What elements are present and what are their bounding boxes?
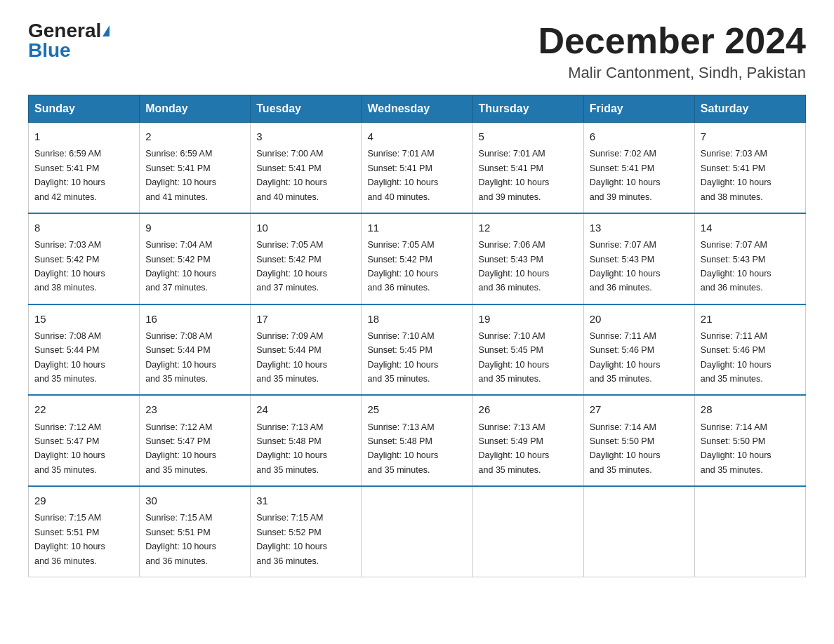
day-info: Sunrise: 7:05 AMSunset: 5:42 PMDaylight:…: [367, 240, 438, 293]
calendar-table: SundayMondayTuesdayWednesdayThursdayFrid…: [28, 95, 806, 577]
logo-triangle-icon: [102, 25, 110, 36]
day-info: Sunrise: 7:14 AMSunset: 5:50 PMDaylight:…: [590, 422, 661, 475]
day-number: 15: [34, 311, 133, 327]
calendar-cell: 24 Sunrise: 7:13 AMSunset: 5:48 PMDaylig…: [251, 395, 362, 486]
day-number: 27: [590, 401, 689, 417]
day-info: Sunrise: 7:10 AMSunset: 5:45 PMDaylight:…: [367, 331, 438, 384]
logo-general-text: General: [28, 21, 101, 41]
logo: General Blue: [28, 21, 110, 60]
calendar-cell: 18 Sunrise: 7:10 AMSunset: 5:45 PMDaylig…: [362, 304, 472, 396]
day-info: Sunrise: 7:12 AMSunset: 5:47 PMDaylight:…: [145, 422, 216, 475]
day-number: 25: [367, 401, 466, 417]
day-number: 11: [367, 220, 466, 236]
calendar-cell: [472, 486, 583, 577]
day-number: 21: [701, 311, 800, 327]
day-info: Sunrise: 7:01 AMSunset: 5:41 PMDaylight:…: [479, 149, 550, 201]
day-info: Sunrise: 7:02 AMSunset: 5:41 PMDaylight:…: [590, 149, 661, 201]
calendar-cell: 4 Sunrise: 7:01 AMSunset: 5:41 PMDayligh…: [362, 123, 472, 213]
calendar-cell: 9 Sunrise: 7:04 AMSunset: 5:42 PMDayligh…: [140, 213, 251, 304]
day-info: Sunrise: 7:15 AMSunset: 5:51 PMDaylight:…: [34, 513, 105, 565]
calendar-cell: 14 Sunrise: 7:07 AMSunset: 5:43 PMDaylig…: [694, 213, 805, 304]
day-number: 10: [256, 220, 355, 236]
day-number: 13: [590, 220, 689, 236]
calendar-cell: 27 Sunrise: 7:14 AMSunset: 5:50 PMDaylig…: [583, 395, 694, 486]
day-number: 3: [256, 128, 355, 145]
day-number: 22: [34, 401, 133, 417]
day-info: Sunrise: 7:07 AMSunset: 5:43 PMDaylight:…: [590, 240, 661, 293]
day-number: 7: [701, 128, 800, 145]
day-info: Sunrise: 7:07 AMSunset: 5:43 PMDaylight:…: [701, 240, 772, 293]
day-info: Sunrise: 7:00 AMSunset: 5:41 PMDaylight:…: [256, 149, 327, 201]
day-number: 23: [145, 401, 244, 417]
calendar-cell: 1 Sunrise: 6:59 AMSunset: 5:41 PMDayligh…: [29, 123, 140, 213]
day-info: Sunrise: 7:09 AMSunset: 5:44 PMDaylight:…: [256, 331, 327, 384]
day-info: Sunrise: 7:13 AMSunset: 5:48 PMDaylight:…: [367, 422, 438, 475]
calendar-cell: 16 Sunrise: 7:08 AMSunset: 5:44 PMDaylig…: [140, 304, 251, 396]
day-info: Sunrise: 7:14 AMSunset: 5:50 PMDaylight:…: [701, 422, 772, 475]
weekday-header-monday: Monday: [140, 95, 251, 123]
calendar-cell: 22 Sunrise: 7:12 AMSunset: 5:47 PMDaylig…: [29, 395, 140, 486]
calendar-cell: 17 Sunrise: 7:09 AMSunset: 5:44 PMDaylig…: [251, 304, 362, 396]
calendar-cell: 12 Sunrise: 7:06 AMSunset: 5:43 PMDaylig…: [472, 213, 583, 304]
day-info: Sunrise: 7:13 AMSunset: 5:49 PMDaylight:…: [479, 422, 550, 475]
calendar-cell: 10 Sunrise: 7:05 AMSunset: 5:42 PMDaylig…: [251, 213, 362, 304]
calendar-cell: [694, 486, 805, 577]
calendar-cell: 26 Sunrise: 7:13 AMSunset: 5:49 PMDaylig…: [472, 395, 583, 486]
calendar-cell: 21 Sunrise: 7:11 AMSunset: 5:46 PMDaylig…: [694, 304, 805, 396]
calendar-cell: 29 Sunrise: 7:15 AMSunset: 5:51 PMDaylig…: [29, 486, 140, 577]
day-number: 1: [34, 128, 133, 145]
calendar-cell: 13 Sunrise: 7:07 AMSunset: 5:43 PMDaylig…: [583, 213, 694, 304]
day-info: Sunrise: 7:03 AMSunset: 5:42 PMDaylight:…: [34, 240, 105, 293]
calendar-cell: [362, 486, 472, 577]
day-number: 17: [256, 311, 355, 327]
day-number: 14: [701, 220, 800, 236]
day-info: Sunrise: 7:03 AMSunset: 5:41 PMDaylight:…: [701, 149, 772, 201]
day-number: 31: [256, 492, 355, 509]
calendar-cell: 23 Sunrise: 7:12 AMSunset: 5:47 PMDaylig…: [140, 395, 251, 486]
day-info: Sunrise: 7:10 AMSunset: 5:45 PMDaylight:…: [479, 331, 550, 384]
day-number: 8: [34, 220, 133, 236]
calendar-cell: 15 Sunrise: 7:08 AMSunset: 5:44 PMDaylig…: [29, 304, 140, 396]
day-number: 19: [479, 311, 578, 327]
logo-blue-text: Blue: [28, 39, 71, 61]
day-number: 28: [701, 401, 800, 417]
calendar-cell: 3 Sunrise: 7:00 AMSunset: 5:41 PMDayligh…: [251, 123, 362, 213]
day-number: 5: [479, 128, 578, 145]
day-info: Sunrise: 7:13 AMSunset: 5:48 PMDaylight:…: [256, 422, 327, 475]
weekday-header-tuesday: Tuesday: [251, 95, 362, 123]
day-info: Sunrise: 7:06 AMSunset: 5:43 PMDaylight:…: [479, 240, 550, 293]
page-header: General Blue December 2024 Malir Cantonm…: [28, 21, 806, 82]
title-block: December 2024 Malir Cantonment, Sindh, P…: [538, 21, 806, 82]
day-number: 30: [145, 492, 244, 509]
calendar-cell: 5 Sunrise: 7:01 AMSunset: 5:41 PMDayligh…: [472, 123, 583, 213]
weekday-header-sunday: Sunday: [29, 95, 140, 123]
day-info: Sunrise: 7:11 AMSunset: 5:46 PMDaylight:…: [590, 331, 661, 384]
day-info: Sunrise: 7:08 AMSunset: 5:44 PMDaylight:…: [34, 331, 105, 384]
day-info: Sunrise: 7:11 AMSunset: 5:46 PMDaylight:…: [701, 331, 772, 384]
day-info: Sunrise: 6:59 AMSunset: 5:41 PMDaylight:…: [145, 149, 216, 201]
calendar-cell: 2 Sunrise: 6:59 AMSunset: 5:41 PMDayligh…: [140, 123, 251, 213]
day-number: 29: [34, 492, 133, 509]
calendar-cell: [583, 486, 694, 577]
day-info: Sunrise: 7:15 AMSunset: 5:51 PMDaylight:…: [145, 513, 216, 565]
calendar-cell: 19 Sunrise: 7:10 AMSunset: 5:45 PMDaylig…: [472, 304, 583, 396]
day-number: 20: [590, 311, 689, 327]
calendar-title: December 2024: [538, 21, 806, 61]
day-info: Sunrise: 7:05 AMSunset: 5:42 PMDaylight:…: [256, 240, 327, 293]
day-number: 16: [145, 311, 244, 327]
day-info: Sunrise: 7:01 AMSunset: 5:41 PMDaylight:…: [367, 149, 438, 201]
weekday-header-thursday: Thursday: [472, 95, 583, 123]
calendar-cell: 11 Sunrise: 7:05 AMSunset: 5:42 PMDaylig…: [362, 213, 472, 304]
day-info: Sunrise: 7:12 AMSunset: 5:47 PMDaylight:…: [34, 422, 105, 475]
day-number: 9: [145, 220, 244, 236]
calendar-cell: 6 Sunrise: 7:02 AMSunset: 5:41 PMDayligh…: [583, 123, 694, 213]
day-number: 6: [590, 128, 689, 145]
day-number: 24: [256, 401, 355, 417]
weekday-header-wednesday: Wednesday: [362, 95, 472, 123]
day-number: 12: [479, 220, 578, 236]
day-info: Sunrise: 7:15 AMSunset: 5:52 PMDaylight:…: [256, 513, 327, 565]
calendar-cell: 25 Sunrise: 7:13 AMSunset: 5:48 PMDaylig…: [362, 395, 472, 486]
calendar-cell: 28 Sunrise: 7:14 AMSunset: 5:50 PMDaylig…: [694, 395, 805, 486]
day-number: 18: [367, 311, 466, 327]
day-number: 26: [479, 401, 578, 417]
